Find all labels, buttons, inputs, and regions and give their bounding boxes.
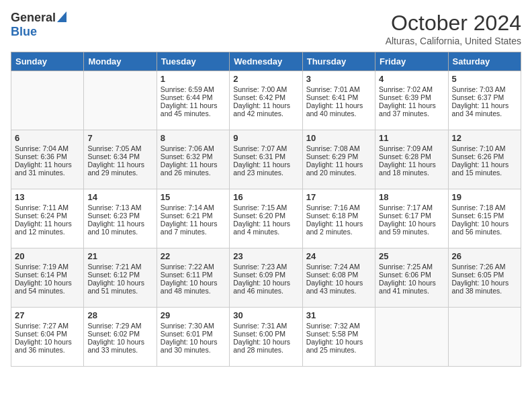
day-number: 7 — [87, 133, 152, 143]
day-number: 29 — [161, 310, 226, 320]
day-info: Sunset: 6:23 PM — [87, 212, 152, 220]
day-info: Sunrise: 7:27 AM — [15, 322, 80, 330]
logo-triangle-icon — [57, 11, 66, 22]
day-info: Sunset: 6:37 PM — [452, 93, 517, 101]
calendar-cell: 7Sunrise: 7:05 AMSunset: 6:34 PMDaylight… — [84, 130, 157, 189]
calendar-cell: 29Sunrise: 7:30 AMSunset: 6:01 PMDayligh… — [157, 308, 229, 367]
day-info: Daylight: 10 hours and 43 minutes. — [306, 279, 371, 295]
day-info: Daylight: 10 hours and 28 minutes. — [233, 338, 298, 354]
calendar-cell: 13Sunrise: 7:11 AMSunset: 6:24 PMDayligh… — [11, 189, 84, 248]
calendar-cell: 10Sunrise: 7:08 AMSunset: 6:29 PMDayligh… — [302, 130, 375, 189]
day-info: Sunrise: 6:59 AM — [161, 85, 226, 93]
day-info: Sunset: 6:41 PM — [306, 93, 371, 101]
day-info: Daylight: 11 hours and 31 minutes. — [15, 161, 80, 177]
calendar-cell: 23Sunrise: 7:23 AMSunset: 6:09 PMDayligh… — [230, 248, 302, 308]
calendar-cell: 5Sunrise: 7:03 AMSunset: 6:37 PMDaylight… — [448, 71, 521, 130]
day-info: Daylight: 11 hours and 2 minutes. — [306, 220, 371, 236]
day-info: Sunset: 6:28 PM — [379, 152, 444, 161]
day-info: Sunrise: 7:06 AM — [161, 144, 226, 152]
calendar-cell: 4Sunrise: 7:02 AMSunset: 6:39 PMDaylight… — [375, 71, 448, 130]
day-info: Daylight: 11 hours and 34 minutes. — [452, 101, 517, 118]
day-number: 2 — [233, 74, 298, 84]
day-info: Daylight: 11 hours and 7 minutes. — [161, 220, 226, 236]
day-info: Sunrise: 7:02 AM — [379, 85, 444, 93]
day-info: Daylight: 11 hours and 10 minutes. — [87, 220, 152, 236]
day-number: 4 — [379, 74, 444, 84]
day-info: Sunrise: 7:05 AM — [87, 144, 152, 152]
day-info: Sunset: 6:42 PM — [233, 93, 298, 101]
day-info: Sunrise: 7:14 AM — [161, 203, 226, 212]
day-info: Sunset: 6:09 PM — [233, 271, 298, 279]
day-info: Sunset: 6:17 PM — [379, 212, 444, 220]
weekday-header-thursday: Thursday — [302, 52, 375, 71]
day-info: Sunset: 6:20 PM — [233, 212, 298, 220]
logo: General Blue — [11, 11, 66, 39]
day-info: Daylight: 10 hours and 54 minutes. — [15, 279, 80, 295]
day-info: Sunrise: 7:13 AM — [87, 203, 152, 212]
day-info: Sunset: 6:32 PM — [161, 152, 226, 161]
day-info: Daylight: 11 hours and 42 minutes. — [233, 101, 298, 118]
day-info: Daylight: 10 hours and 46 minutes. — [233, 279, 298, 295]
calendar-cell: 27Sunrise: 7:27 AMSunset: 6:04 PMDayligh… — [11, 308, 84, 367]
day-number: 9 — [233, 133, 298, 143]
calendar-cell: 14Sunrise: 7:13 AMSunset: 6:23 PMDayligh… — [84, 189, 157, 248]
weekday-header-tuesday: Tuesday — [157, 52, 229, 71]
day-info: Daylight: 10 hours and 41 minutes. — [379, 279, 444, 295]
day-info: Sunset: 6:06 PM — [379, 271, 444, 279]
day-number: 6 — [15, 133, 80, 143]
day-info: Sunset: 6:15 PM — [452, 212, 517, 220]
day-info: Sunrise: 7:11 AM — [15, 203, 80, 212]
calendar-cell: 19Sunrise: 7:18 AMSunset: 6:15 PMDayligh… — [448, 189, 521, 248]
day-info: Sunset: 6:12 PM — [87, 271, 152, 279]
day-info: Sunset: 6:02 PM — [87, 330, 152, 338]
day-info: Sunrise: 7:31 AM — [233, 322, 298, 330]
day-info: Daylight: 10 hours and 56 minutes. — [452, 220, 517, 236]
day-number: 21 — [87, 251, 152, 261]
day-info: Sunrise: 7:22 AM — [161, 263, 226, 271]
day-info: Daylight: 11 hours and 18 minutes. — [379, 161, 444, 177]
day-number: 15 — [161, 192, 226, 202]
calendar-cell: 6Sunrise: 7:04 AMSunset: 6:36 PMDaylight… — [11, 130, 84, 189]
day-number: 5 — [452, 74, 517, 84]
day-number: 14 — [87, 192, 152, 202]
day-info: Daylight: 11 hours and 26 minutes. — [161, 161, 226, 177]
day-number: 17 — [306, 192, 371, 202]
calendar-cell: 16Sunrise: 7:15 AMSunset: 6:20 PMDayligh… — [230, 189, 302, 248]
day-number: 27 — [15, 310, 80, 320]
calendar-cell: 20Sunrise: 7:19 AMSunset: 6:14 PMDayligh… — [11, 248, 84, 308]
day-number: 1 — [161, 74, 226, 84]
day-info: Sunset: 6:29 PM — [306, 152, 371, 161]
calendar-cell: 12Sunrise: 7:10 AMSunset: 6:26 PMDayligh… — [448, 130, 521, 189]
day-info: Sunrise: 7:17 AM — [379, 203, 444, 212]
month-title: October 2024 — [386, 11, 521, 36]
day-number: 8 — [161, 133, 226, 143]
calendar-cell: 15Sunrise: 7:14 AMSunset: 6:21 PMDayligh… — [157, 189, 229, 248]
day-info: Sunset: 6:39 PM — [379, 93, 444, 101]
weekday-header-wednesday: Wednesday — [230, 52, 302, 71]
day-info: Sunrise: 7:04 AM — [15, 144, 80, 152]
calendar-cell — [375, 308, 448, 367]
calendar-cell: 18Sunrise: 7:17 AMSunset: 6:17 PMDayligh… — [375, 189, 448, 248]
day-info: Sunset: 6:31 PM — [233, 152, 298, 161]
location-text: Alturas, California, United States — [386, 36, 521, 46]
day-info: Sunset: 6:36 PM — [15, 152, 80, 161]
day-number: 12 — [452, 133, 517, 143]
page-header: General Blue October 2024 Alturas, Calif… — [11, 11, 521, 46]
day-number: 26 — [452, 251, 517, 261]
day-info: Sunset: 6:04 PM — [15, 330, 80, 338]
calendar-cell: 8Sunrise: 7:06 AMSunset: 6:32 PMDaylight… — [157, 130, 229, 189]
calendar-cell: 25Sunrise: 7:25 AMSunset: 6:06 PMDayligh… — [375, 248, 448, 308]
calendar-cell: 30Sunrise: 7:31 AMSunset: 6:00 PMDayligh… — [230, 308, 302, 367]
day-info: Sunrise: 7:30 AM — [161, 322, 226, 330]
day-info: Sunrise: 7:08 AM — [306, 144, 371, 152]
day-info: Daylight: 10 hours and 30 minutes. — [161, 338, 226, 354]
day-info: Sunrise: 7:29 AM — [87, 322, 152, 330]
day-number: 25 — [379, 251, 444, 261]
day-number: 3 — [306, 74, 371, 84]
weekday-header-sunday: Sunday — [11, 52, 84, 71]
day-info: Daylight: 11 hours and 15 minutes. — [452, 161, 517, 177]
calendar-cell: 28Sunrise: 7:29 AMSunset: 6:02 PMDayligh… — [84, 308, 157, 367]
day-number: 30 — [233, 310, 298, 320]
calendar-cell: 24Sunrise: 7:24 AMSunset: 6:08 PMDayligh… — [302, 248, 375, 308]
calendar-cell — [11, 71, 84, 130]
